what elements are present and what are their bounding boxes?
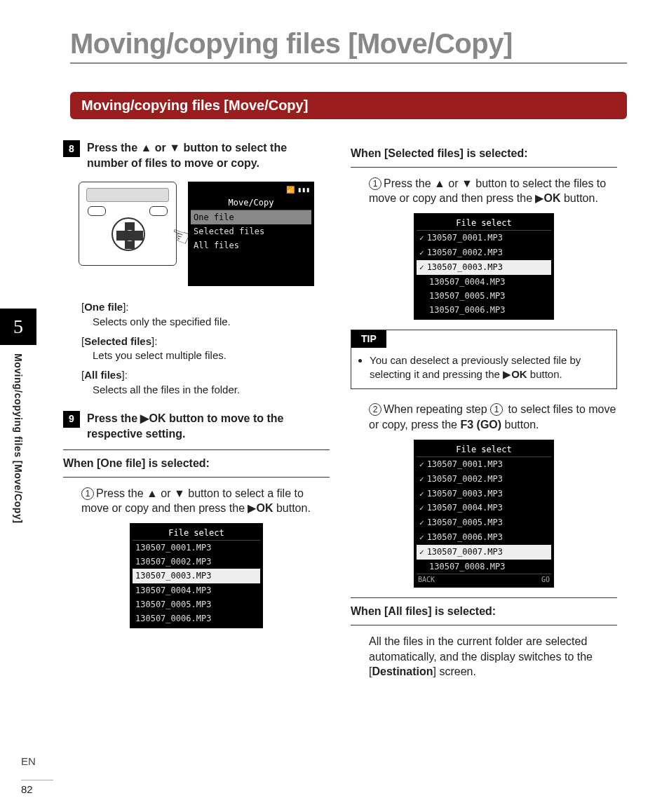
- t: or: [151, 142, 169, 154]
- lcd-file-row: 130507_0006.MP3: [417, 530, 551, 545]
- lcd-file-row: 130507_0006.MP3: [133, 611, 260, 625]
- right-column: When [Selected files] is selected: 1Pres…: [351, 140, 617, 686]
- section-banner: Moving/copying files [Move/Copy]: [70, 92, 627, 119]
- lcd-option: Selected files: [191, 224, 311, 238]
- step-number: 8: [63, 140, 80, 157]
- side-tab: 5 Moving/copying files [Move/Copy]: [0, 309, 36, 523]
- t: Press the: [87, 142, 140, 154]
- left-column: 8 Press the ▲ or ▼ button to select the …: [63, 140, 330, 686]
- lcd-file-row: 130507_0005.MP3: [133, 597, 260, 611]
- subhead-one-file: When [One file] is selected:: [63, 449, 330, 478]
- up-triangle-icon: ▲: [140, 142, 151, 154]
- lcd-file-row: 130507_0005.MP3: [417, 289, 551, 303]
- subhead-all-files: When [All files] is selected:: [351, 597, 617, 625]
- lcd-file-row: 130507_0004.MP3: [417, 275, 551, 289]
- ok-label: OK: [256, 502, 273, 514]
- lcd-file-row: 130507_0002.MP3: [133, 555, 260, 569]
- def-desc: Selects only the specified file.: [93, 315, 330, 329]
- wifi-icon: 📶: [286, 185, 295, 195]
- circled-number-icon: 1: [490, 403, 503, 416]
- tip-body: You can deselect a previously selected f…: [351, 348, 616, 389]
- def-desc: Selects all the files in the folder.: [93, 383, 330, 397]
- option-definitions: [One file]: Selects only the specified f…: [81, 300, 330, 397]
- lcd-move-copy: 📶▮▮▮ Move/Copy One file Selected files A…: [188, 182, 314, 286]
- lcd-file-row: 130507_0006.MP3: [417, 303, 551, 317]
- chapter-number: 5: [0, 309, 36, 345]
- lcd-title: File select: [417, 442, 551, 457]
- page-number: 82: [21, 780, 53, 795]
- lcd-title: File select: [417, 216, 551, 231]
- circled-number-icon: 1: [81, 487, 94, 500]
- dpad-icon: OK: [112, 217, 145, 251]
- page-footer: EN 82: [21, 755, 53, 795]
- lcd-file-select-3: File select 130507_0001.MP3 130507_0002.…: [414, 440, 554, 588]
- step-text: Press the ▶OK button to move to the resp…: [87, 411, 330, 441]
- circled-number-icon: 1: [369, 177, 381, 190]
- up-triangle-icon: ▲: [434, 177, 445, 189]
- lcd-file-row: 130507_0007.MP3: [417, 545, 551, 560]
- tip-label: TIP: [351, 330, 386, 348]
- lcd-file-row: 130507_0003.MP3: [133, 569, 260, 583]
- all-files-body: All the files in the current folder are …: [369, 634, 617, 679]
- ok-label: OK: [149, 412, 165, 424]
- lcd-file-row: 130507_0001.MP3: [417, 231, 551, 245]
- lcd-file-select-2: File select 130507_0001.MP3 130507_0002.…: [414, 213, 554, 320]
- play-triangle-icon: ▶: [248, 502, 256, 514]
- down-triangle-icon: ▼: [461, 177, 473, 189]
- softkey-go: GO: [541, 575, 550, 585]
- def-term: [All files]:: [81, 368, 330, 382]
- def-term: [Selected files]:: [81, 334, 330, 349]
- tip-item: You can deselect a previously selected f…: [370, 353, 608, 382]
- lcd-title: File select: [133, 526, 260, 541]
- lcd-title: Move/Copy: [191, 196, 311, 210]
- lcd-file-row: 130507_0002.MP3: [417, 472, 551, 487]
- ok-label: OK: [543, 192, 560, 204]
- substep-selected-2: 2When repeating step 1 to select files t…: [369, 402, 617, 432]
- step-9: 9 Press the ▶OK button to move to the re…: [63, 411, 330, 441]
- lcd-file-row: 130507_0001.MP3: [417, 457, 551, 472]
- step-number: 9: [63, 411, 80, 428]
- substep-selected-1: 1Press the ▲ or ▼ button to select the f…: [369, 176, 617, 206]
- tip-box: TIP You can deselect a previously select…: [351, 330, 617, 389]
- circled-number-icon: 2: [369, 403, 381, 416]
- lcd-option: One file: [191, 210, 311, 224]
- down-triangle-icon: ▼: [169, 142, 180, 154]
- subhead-selected-files: When [Selected files] is selected:: [351, 140, 617, 168]
- battery-icon: ▮▮▮: [297, 185, 310, 195]
- down-triangle-icon: ▼: [174, 487, 185, 499]
- lcd-file-select-1: File select 130507_0001.MP3 130507_0002.…: [130, 523, 263, 628]
- step-text: Press the ▲ or ▼ button to select the nu…: [87, 140, 330, 170]
- lcd-file-row: 130507_0004.MP3: [133, 583, 260, 597]
- lcd-file-row: 130507_0004.MP3: [417, 501, 551, 515]
- lcd-file-row: 130507_0005.MP3: [417, 515, 551, 530]
- lcd-file-row: 130507_0002.MP3: [417, 245, 551, 260]
- lcd-file-row: 130507_0003.MP3: [417, 260, 551, 275]
- t: Press the: [87, 412, 140, 424]
- status-icons: 📶▮▮▮: [191, 184, 311, 196]
- substep-one-1: 1Press the ▲ or ▼ button to select a fil…: [81, 486, 330, 516]
- page-title: Moving/copying files [Move/Copy]: [70, 28, 627, 64]
- lcd-file-row: 130507_0001.MP3: [133, 541, 260, 555]
- step-8: 8 Press the ▲ or ▼ button to select the …: [63, 140, 330, 170]
- lcd-file-row: 130507_0003.MP3: [417, 487, 551, 501]
- ok-label: OK: [511, 368, 527, 380]
- play-triangle-icon: ▶: [140, 412, 149, 424]
- side-label: Moving/copying files [Move/Copy]: [0, 345, 24, 523]
- softkey-back: BACK: [418, 575, 435, 585]
- device-illustration: OK ☞: [79, 182, 177, 266]
- play-triangle-icon: ▶: [503, 368, 511, 380]
- language-code: EN: [21, 755, 53, 767]
- lcd-file-row: 130507_0008.MP3: [417, 560, 551, 574]
- def-term: [One file]:: [81, 300, 330, 314]
- lcd-option: All files: [191, 238, 311, 252]
- ok-center: OK: [124, 230, 135, 241]
- play-triangle-icon: ▶: [535, 192, 543, 204]
- up-triangle-icon: ▲: [147, 487, 158, 499]
- def-desc: Lets you select multiple files.: [93, 349, 330, 363]
- device-and-screen-row: OK ☞ 📶▮▮▮ Move/Copy One file Selected fi…: [63, 182, 330, 286]
